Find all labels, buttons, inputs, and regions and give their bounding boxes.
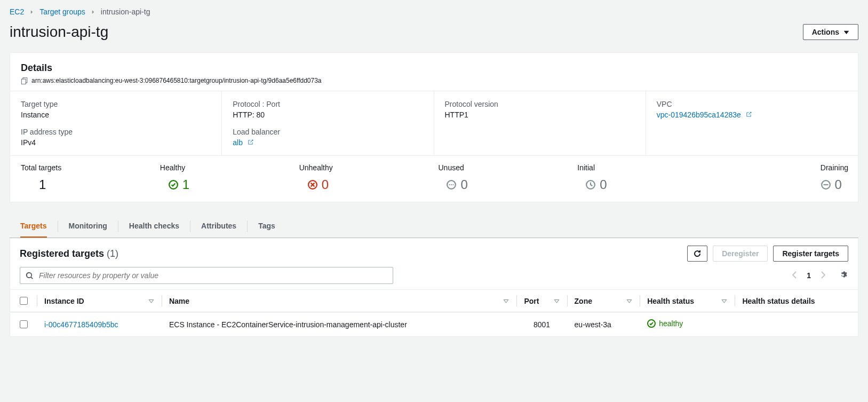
health-status-badge: healthy (647, 319, 683, 328)
lb-label: Load balancer (233, 128, 423, 136)
status-positive-icon (169, 180, 178, 190)
col-zone[interactable]: Zone (567, 290, 640, 312)
breadcrumb-current: intrusion-api-tg (101, 7, 150, 16)
lb-link[interactable]: alb (233, 138, 243, 147)
pagination: 1 (791, 271, 848, 281)
vpc-label: VPC (657, 100, 847, 108)
protocol-version-value: HTTP1 (445, 111, 635, 119)
protocol-port-label: Protocol : Port (233, 100, 423, 108)
copy-icon[interactable] (21, 77, 28, 84)
registered-targets-title: Registered targets (1) (20, 248, 118, 259)
stat-initial: Initial 0 (576, 163, 709, 192)
filter-input-container[interactable] (20, 267, 393, 284)
col-instance-id[interactable]: Instance ID (37, 290, 162, 312)
chevron-right-icon (818, 271, 827, 279)
filter-input[interactable] (38, 271, 387, 280)
page-number: 1 (807, 271, 811, 280)
chevron-left-icon (791, 271, 799, 279)
target-type-value: Instance (21, 111, 211, 119)
col-health-status-details[interactable]: Health status details (735, 290, 858, 312)
page-next[interactable] (818, 271, 827, 281)
col-port[interactable]: Port (516, 290, 567, 312)
row-checkbox[interactable] (20, 320, 28, 328)
table-row: i-00c4677185409b5bc ECS Instance - EC2Co… (10, 312, 858, 337)
gear-icon (840, 271, 848, 279)
stat-unhealthy: Unhealthy 0 (298, 163, 431, 192)
protocol-port-value: HTTP: 80 (233, 111, 423, 119)
instance-id-link[interactable]: i-00c4677185409b5bc (44, 320, 118, 329)
sort-icon (721, 298, 727, 304)
details-title: Details (21, 62, 847, 74)
registered-targets-panel: Registered targets (1) Deregister Regist… (10, 238, 858, 337)
arn-text: arn:aws:elasticloadbalancing:eu-west-3:0… (31, 77, 322, 84)
status-negative-icon (308, 180, 317, 190)
protocol-version-label: Protocol version (445, 100, 635, 108)
svg-point-3 (449, 184, 450, 185)
page-title: intrusion-api-tg (10, 23, 108, 41)
caret-down-icon (843, 29, 849, 35)
deregister-button[interactable]: Deregister (713, 246, 768, 262)
status-positive-icon (647, 319, 656, 328)
status-draining-icon (821, 180, 831, 190)
stat-healthy: Healthy 1 (159, 163, 292, 192)
svg-point-4 (451, 184, 452, 185)
vpc-link[interactable]: vpc-019426b95ca14283e (657, 111, 741, 119)
tabs: Targets Monitoring Health checks Attribu… (10, 215, 858, 238)
register-targets-button[interactable]: Register targets (773, 246, 848, 262)
svg-point-5 (453, 184, 454, 185)
external-link-icon (745, 111, 752, 118)
targets-table: Instance ID Name Port Zone Health status… (10, 289, 858, 336)
page-prev[interactable] (791, 271, 799, 281)
cell-health-status-details (735, 312, 858, 337)
tab-targets[interactable]: Targets (20, 215, 47, 238)
ip-type-label: IP address type (21, 128, 211, 136)
tab-attributes[interactable]: Attributes (201, 215, 236, 238)
cell-zone: eu-west-3a (567, 312, 640, 337)
settings-button[interactable] (840, 271, 848, 281)
sort-icon (626, 298, 632, 304)
tab-health-checks[interactable]: Health checks (129, 215, 179, 238)
chevron-right-icon (91, 7, 95, 16)
sort-icon (148, 298, 154, 304)
col-name[interactable]: Name (162, 290, 517, 312)
target-type-label: Target type (21, 100, 211, 108)
breadcrumb-ec2[interactable]: EC2 (10, 7, 24, 16)
select-all-checkbox[interactable] (20, 297, 28, 305)
cell-name: ECS Instance - EC2ContainerService-intru… (162, 312, 517, 337)
status-stopped-icon (447, 180, 456, 190)
sort-icon (503, 298, 509, 304)
refresh-icon (693, 249, 702, 258)
refresh-button[interactable] (687, 246, 707, 262)
stat-total: Total targets 1 (20, 163, 153, 192)
breadcrumb: EC2 Target groups intrusion-api-tg (10, 7, 858, 16)
tab-tags[interactable]: Tags (258, 215, 275, 238)
chevron-right-icon (29, 7, 34, 16)
page-header: intrusion-api-tg Actions (10, 23, 858, 41)
sort-icon (554, 298, 560, 304)
stat-unused: Unused 0 (437, 163, 570, 192)
status-pending-icon (586, 180, 595, 190)
cell-port: 8001 (516, 312, 567, 337)
ip-type-value: IPv4 (21, 138, 211, 147)
details-panel: Details arn:aws:elasticloadbalancing:eu-… (10, 52, 858, 202)
external-link-icon (247, 139, 254, 146)
breadcrumb-target-groups[interactable]: Target groups (39, 7, 85, 16)
search-icon (26, 272, 34, 280)
actions-button[interactable]: Actions (803, 24, 858, 40)
tab-monitoring[interactable]: Monitoring (69, 215, 107, 238)
stat-draining: Draining 0 (715, 163, 848, 192)
col-health-status[interactable]: Health status (640, 290, 735, 312)
